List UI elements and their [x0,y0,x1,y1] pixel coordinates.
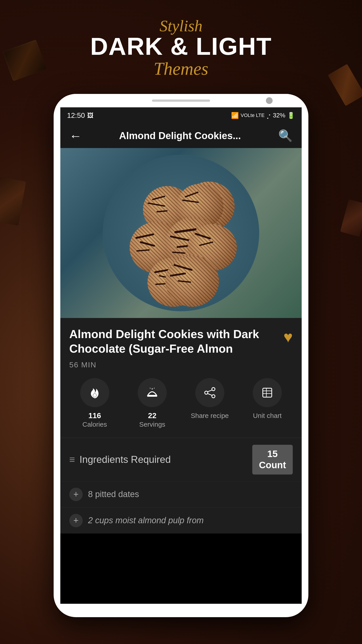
calories-circle [80,378,109,407]
ingredient-add-btn-2[interactable]: + [69,514,83,527]
share-icon [203,386,217,399]
svg-point-6 [205,391,208,394]
dark-light-label: DARK & LIGHT [0,34,362,58]
ingredient-item-2: + 2 cups moist almond pulp from [60,507,302,534]
phone-top-bar [54,94,308,107]
phone-notch [152,100,210,102]
wifi-icon: 📶 [231,112,239,119]
recipe-time: 56 MIN [69,360,293,369]
flame-icon [88,386,101,399]
header-area: Stylish DARK & LIGHT Themes [0,18,362,79]
toolbar-title: Almond Delight Cookies... [88,130,272,141]
status-time: 12:50 [67,111,85,120]
svg-line-4 [154,388,154,389]
unit-chart-icon [261,386,274,399]
servings-value: 22 [139,411,165,420]
favorite-icon[interactable]: ♥ [283,328,293,346]
stylish-label: Stylish [0,18,362,34]
phone-screen: 12:50 🖼 📶 VOLte LTE ⡐ 32% 🔋 ← Almond Del… [60,107,302,604]
status-left: 12:50 🖼 [67,111,93,120]
ingredient-text-2: 2 cups moist almond pulp from [88,516,293,525]
svg-line-9 [208,394,212,395]
themes-label: Themes [0,58,362,79]
ingredients-section: ≡ Ingredients Required 15 Count + 8 pitt… [60,438,302,534]
lte-label: VOLte LTE [241,112,265,118]
calories-label: Calories [82,420,107,429]
recipe-image [60,148,302,318]
action-calories[interactable]: 116 Calories [69,378,120,429]
svg-point-5 [212,388,215,391]
ingredients-label: Ingredients Required [79,454,252,465]
share-label: Share recipe [191,411,229,420]
status-bar: 12:50 🖼 📶 VOLte LTE ⡐ 32% 🔋 [60,107,302,124]
app-toolbar: ← Almond Delight Cookies... 🔍 [60,124,302,148]
servings-circle [138,378,167,407]
cookie-plate [60,148,302,318]
action-servings[interactable]: 22 Servings [127,378,178,429]
ingredients-header: ≡ Ingredients Required 15 Count [60,438,302,481]
battery-label: 32% [273,112,285,119]
action-unit[interactable]: Unit chart [242,378,293,429]
signal-icon: ⡐ [266,112,271,119]
svg-rect-10 [263,388,272,397]
recipe-title: Almond Delight Cookies with Dark Chocola… [69,327,283,356]
ingredient-add-btn-1[interactable]: + [69,488,83,501]
count-unit: Count [259,460,286,471]
photo-icon: 🖼 [87,112,93,119]
ingredient-item-1: + 8 pitted dates [60,481,302,507]
plate-background [103,155,259,311]
recipe-title-row: Almond Delight Cookies with Dark Chocola… [69,327,293,356]
actions-row: 116 Calories [69,378,293,429]
share-circle [195,378,224,407]
ingredient-text-1: 8 pitted dates [88,490,293,499]
serving-icon [145,386,159,399]
servings-label: Servings [139,420,165,429]
battery-icon: 🔋 [287,112,295,119]
list-icon: ≡ [69,454,75,465]
search-button[interactable]: 🔍 [276,127,295,145]
cookie-8 [165,255,219,307]
phone-camera [266,97,273,104]
svg-line-8 [208,390,212,392]
unit-circle [253,378,282,407]
action-share[interactable]: Share recipe [184,378,235,429]
recipe-info: Almond Delight Cookies with Dark Chocola… [60,318,302,438]
status-right: 📶 VOLte LTE ⡐ 32% 🔋 [231,112,295,119]
count-value: 15 [259,448,286,460]
phone-frame: 12:50 🖼 📶 VOLte LTE ⡐ 32% 🔋 ← Almond Del… [54,94,308,617]
back-button[interactable]: ← [67,126,84,145]
calories-value: 116 [82,411,107,420]
count-badge: 15 Count [252,445,293,474]
unit-label: Unit chart [253,411,282,420]
svg-line-3 [150,388,150,389]
svg-point-7 [212,395,215,398]
